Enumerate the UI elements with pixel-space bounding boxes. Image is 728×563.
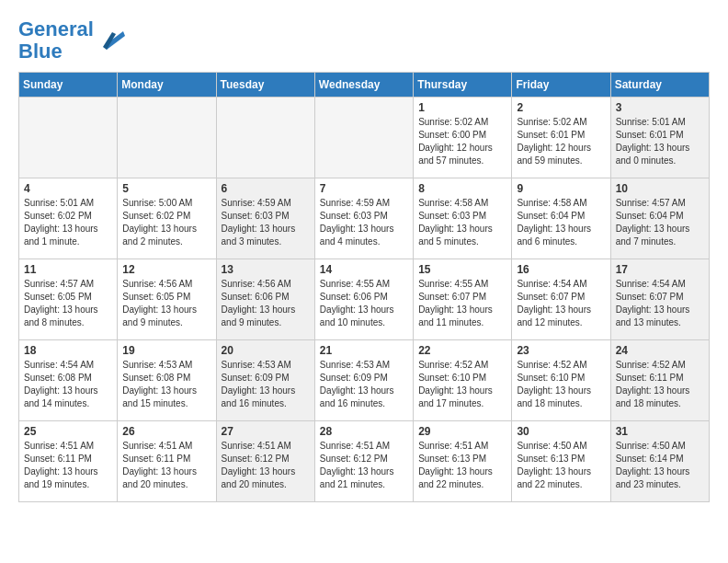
day-number: 26 bbox=[122, 425, 210, 438]
day-info: Sunrise: 4:59 AMSunset: 6:03 PMDaylight:… bbox=[320, 197, 408, 248]
day-info: Sunrise: 4:56 AMSunset: 6:06 PMDaylight:… bbox=[222, 278, 310, 329]
weekday-header-thursday: Thursday bbox=[414, 73, 512, 98]
day-number: 5 bbox=[122, 182, 210, 195]
day-cell: 28Sunrise: 4:51 AMSunset: 6:12 PMDayligh… bbox=[314, 421, 413, 502]
day-number: 7 bbox=[320, 182, 408, 195]
day-info: Sunrise: 4:57 AMSunset: 6:05 PMDaylight:… bbox=[24, 278, 112, 329]
day-cell: 3Sunrise: 5:01 AMSunset: 6:01 PMDaylight… bbox=[610, 98, 709, 178]
day-cell: 22Sunrise: 4:52 AMSunset: 6:10 PMDayligh… bbox=[414, 340, 512, 421]
day-number: 30 bbox=[517, 425, 605, 438]
day-number: 13 bbox=[222, 263, 310, 276]
calendar-table: SundayMondayTuesdayWednesdayThursdayFrid… bbox=[18, 72, 710, 502]
day-info: Sunrise: 4:50 AMSunset: 6:13 PMDaylight:… bbox=[517, 440, 605, 491]
day-cell: 31Sunrise: 4:50 AMSunset: 6:14 PMDayligh… bbox=[610, 421, 709, 502]
weekday-header-saturday: Saturday bbox=[610, 73, 709, 98]
day-number: 27 bbox=[222, 425, 310, 438]
day-cell: 13Sunrise: 4:56 AMSunset: 6:06 PMDayligh… bbox=[216, 259, 314, 340]
day-info: Sunrise: 4:57 AMSunset: 6:04 PMDaylight:… bbox=[616, 197, 704, 248]
day-cell bbox=[216, 98, 314, 178]
day-cell: 7Sunrise: 4:59 AMSunset: 6:03 PMDaylight… bbox=[314, 178, 413, 259]
weekday-header-wednesday: Wednesday bbox=[314, 73, 413, 98]
day-number: 10 bbox=[616, 182, 704, 195]
day-info: Sunrise: 5:01 AMSunset: 6:02 PMDaylight:… bbox=[24, 197, 112, 248]
day-info: Sunrise: 4:50 AMSunset: 6:14 PMDaylight:… bbox=[616, 440, 704, 491]
day-info: Sunrise: 4:58 AMSunset: 6:03 PMDaylight:… bbox=[418, 197, 506, 248]
day-cell: 5Sunrise: 5:00 AMSunset: 6:02 PMDaylight… bbox=[118, 178, 216, 259]
day-number: 17 bbox=[616, 263, 704, 276]
day-info: Sunrise: 4:51 AMSunset: 6:11 PMDaylight:… bbox=[24, 440, 112, 491]
day-number: 19 bbox=[122, 344, 210, 357]
day-info: Sunrise: 4:54 AMSunset: 6:08 PMDaylight:… bbox=[24, 359, 112, 410]
day-cell bbox=[118, 98, 216, 178]
day-number: 28 bbox=[320, 425, 408, 438]
day-number: 1 bbox=[418, 101, 506, 114]
day-info: Sunrise: 4:52 AMSunset: 6:10 PMDaylight:… bbox=[517, 359, 605, 410]
day-cell: 23Sunrise: 4:52 AMSunset: 6:10 PMDayligh… bbox=[512, 340, 610, 421]
day-number: 4 bbox=[24, 182, 112, 195]
logo: GeneralBlue bbox=[18, 18, 125, 63]
day-number: 23 bbox=[517, 344, 605, 357]
day-info: Sunrise: 4:53 AMSunset: 6:09 PMDaylight:… bbox=[222, 359, 310, 410]
day-info: Sunrise: 4:59 AMSunset: 6:03 PMDaylight:… bbox=[222, 197, 310, 248]
day-cell: 27Sunrise: 4:51 AMSunset: 6:12 PMDayligh… bbox=[216, 421, 314, 502]
day-number: 11 bbox=[24, 263, 112, 276]
day-info: Sunrise: 4:55 AMSunset: 6:07 PMDaylight:… bbox=[418, 278, 506, 329]
day-number: 2 bbox=[517, 101, 605, 114]
day-info: Sunrise: 4:55 AMSunset: 6:06 PMDaylight:… bbox=[320, 278, 408, 329]
day-cell: 20Sunrise: 4:53 AMSunset: 6:09 PMDayligh… bbox=[216, 340, 314, 421]
day-cell: 26Sunrise: 4:51 AMSunset: 6:11 PMDayligh… bbox=[118, 421, 216, 502]
day-info: Sunrise: 4:54 AMSunset: 6:07 PMDaylight:… bbox=[616, 278, 704, 329]
day-cell: 8Sunrise: 4:58 AMSunset: 6:03 PMDaylight… bbox=[414, 178, 512, 259]
day-info: Sunrise: 5:01 AMSunset: 6:01 PMDaylight:… bbox=[616, 116, 704, 167]
day-info: Sunrise: 4:51 AMSunset: 6:12 PMDaylight:… bbox=[320, 440, 408, 491]
day-number: 16 bbox=[517, 263, 605, 276]
day-cell: 18Sunrise: 4:54 AMSunset: 6:08 PMDayligh… bbox=[19, 340, 118, 421]
week-row-4: 18Sunrise: 4:54 AMSunset: 6:08 PMDayligh… bbox=[19, 340, 710, 421]
day-cell: 12Sunrise: 4:56 AMSunset: 6:05 PMDayligh… bbox=[118, 259, 216, 340]
day-cell: 4Sunrise: 5:01 AMSunset: 6:02 PMDaylight… bbox=[19, 178, 118, 259]
logo-text: GeneralBlue bbox=[18, 18, 94, 63]
day-cell: 11Sunrise: 4:57 AMSunset: 6:05 PMDayligh… bbox=[19, 259, 118, 340]
day-number: 22 bbox=[418, 344, 506, 357]
weekday-header-friday: Friday bbox=[512, 73, 610, 98]
page-header: GeneralBlue bbox=[18, 18, 710, 63]
week-row-3: 11Sunrise: 4:57 AMSunset: 6:05 PMDayligh… bbox=[19, 259, 710, 340]
day-cell: 10Sunrise: 4:57 AMSunset: 6:04 PMDayligh… bbox=[610, 178, 709, 259]
day-cell: 30Sunrise: 4:50 AMSunset: 6:13 PMDayligh… bbox=[512, 421, 610, 502]
day-number: 6 bbox=[222, 182, 310, 195]
day-cell: 24Sunrise: 4:52 AMSunset: 6:11 PMDayligh… bbox=[610, 340, 709, 421]
logo-icon bbox=[97, 27, 125, 54]
day-cell: 2Sunrise: 5:02 AMSunset: 6:01 PMDaylight… bbox=[512, 98, 610, 178]
day-info: Sunrise: 4:58 AMSunset: 6:04 PMDaylight:… bbox=[517, 197, 605, 248]
day-cell: 1Sunrise: 5:02 AMSunset: 6:00 PMDaylight… bbox=[414, 98, 512, 178]
day-number: 12 bbox=[122, 263, 210, 276]
week-row-5: 25Sunrise: 4:51 AMSunset: 6:11 PMDayligh… bbox=[19, 421, 710, 502]
day-number: 20 bbox=[222, 344, 310, 357]
weekday-header-sunday: Sunday bbox=[19, 73, 118, 98]
day-number: 29 bbox=[418, 425, 506, 438]
weekday-header-row: SundayMondayTuesdayWednesdayThursdayFrid… bbox=[19, 73, 710, 98]
weekday-header-tuesday: Tuesday bbox=[216, 73, 314, 98]
day-info: Sunrise: 4:52 AMSunset: 6:10 PMDaylight:… bbox=[418, 359, 506, 410]
day-info: Sunrise: 5:00 AMSunset: 6:02 PMDaylight:… bbox=[122, 197, 210, 248]
day-number: 25 bbox=[24, 425, 112, 438]
day-cell: 17Sunrise: 4:54 AMSunset: 6:07 PMDayligh… bbox=[610, 259, 709, 340]
day-cell: 25Sunrise: 4:51 AMSunset: 6:11 PMDayligh… bbox=[19, 421, 118, 502]
day-number: 24 bbox=[616, 344, 704, 357]
day-cell: 19Sunrise: 4:53 AMSunset: 6:08 PMDayligh… bbox=[118, 340, 216, 421]
day-info: Sunrise: 4:53 AMSunset: 6:08 PMDaylight:… bbox=[122, 359, 210, 410]
day-cell: 15Sunrise: 4:55 AMSunset: 6:07 PMDayligh… bbox=[414, 259, 512, 340]
day-number: 14 bbox=[320, 263, 408, 276]
week-row-1: 1Sunrise: 5:02 AMSunset: 6:00 PMDaylight… bbox=[19, 98, 710, 178]
day-cell: 6Sunrise: 4:59 AMSunset: 6:03 PMDaylight… bbox=[216, 178, 314, 259]
day-info: Sunrise: 4:52 AMSunset: 6:11 PMDaylight:… bbox=[616, 359, 704, 410]
day-info: Sunrise: 4:56 AMSunset: 6:05 PMDaylight:… bbox=[122, 278, 210, 329]
day-number: 9 bbox=[517, 182, 605, 195]
day-cell: 14Sunrise: 4:55 AMSunset: 6:06 PMDayligh… bbox=[314, 259, 413, 340]
weekday-header-monday: Monday bbox=[118, 73, 216, 98]
day-number: 31 bbox=[616, 425, 704, 438]
day-cell: 29Sunrise: 4:51 AMSunset: 6:13 PMDayligh… bbox=[414, 421, 512, 502]
day-info: Sunrise: 4:53 AMSunset: 6:09 PMDaylight:… bbox=[320, 359, 408, 410]
day-info: Sunrise: 5:02 AMSunset: 6:01 PMDaylight:… bbox=[517, 116, 605, 167]
day-cell bbox=[19, 98, 118, 178]
